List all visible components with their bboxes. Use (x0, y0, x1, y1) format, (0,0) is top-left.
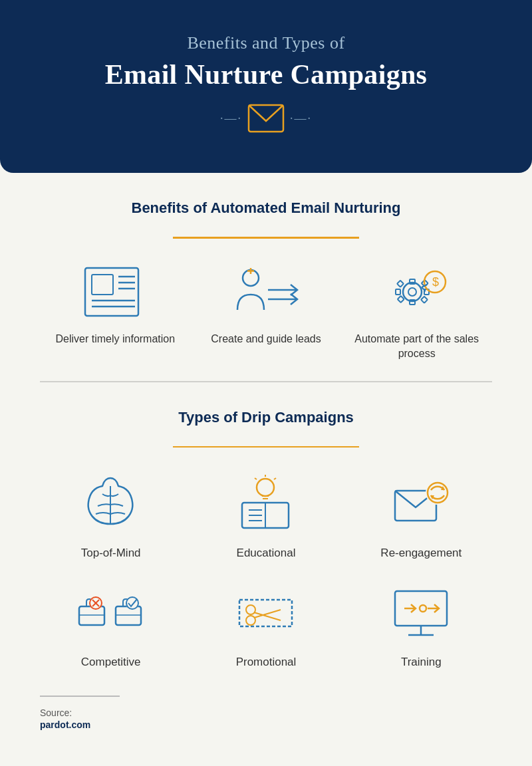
svg-point-33 (257, 479, 274, 496)
svg-line-37 (255, 478, 257, 479)
svg-rect-48 (116, 606, 141, 625)
source-text: Source: pardot.com (40, 707, 90, 730)
header: Benefits and Types of Email Nurture Camp… (0, 0, 532, 173)
type-educational: Educational (195, 471, 336, 560)
scissors-coupon-icon (229, 580, 303, 646)
deliver-info-label: Deliver timely information (56, 332, 176, 346)
benefit-deliver-info: Deliver timely information (49, 262, 182, 346)
briefcase-compare-icon (74, 580, 148, 646)
benefits-title: Benefits of Automated Email Nurturing (40, 199, 492, 217)
source-name: pardot.com (40, 719, 90, 730)
svg-point-13 (403, 283, 422, 301)
type-promotional: Promotional (195, 580, 336, 669)
envelope-refresh-icon (384, 471, 458, 537)
svg-rect-20 (421, 296, 428, 303)
benefit-automate-sales: $ Automate part of the sales process (350, 262, 483, 362)
types-grid: Top-of-Mind (40, 471, 492, 669)
svg-point-40 (426, 481, 450, 505)
header-decoration: ·—· ·—· (40, 104, 492, 133)
newspaper-icon (78, 262, 152, 322)
whiteboard-icon (384, 580, 458, 646)
main-content: Benefits of Automated Email Nurturing (0, 173, 532, 757)
svg-text:$: $ (432, 275, 439, 289)
brain-icon (74, 471, 148, 537)
svg-rect-19 (397, 280, 404, 287)
benefits-section: Benefits of Automated Email Nurturing (40, 199, 492, 361)
top-of-mind-label: Top-of-Mind (81, 547, 141, 560)
types-section: Types of Drip Campaigns (40, 409, 492, 670)
svg-line-38 (274, 478, 276, 479)
header-subtitle: Benefits and Types of (40, 33, 492, 53)
guide-leads-label: Create and guide leads (211, 332, 321, 346)
svg-rect-42 (79, 606, 104, 625)
person-arrow-icon (229, 262, 303, 322)
educational-label: Educational (237, 547, 296, 560)
svg-rect-2 (92, 275, 113, 295)
svg-rect-17 (396, 289, 400, 295)
source-prefix: Source: (40, 707, 72, 718)
types-underline (40, 446, 492, 448)
promotional-label: Promotional (236, 656, 297, 669)
re-engagement-label: Re-engagement (380, 547, 462, 560)
competitive-label: Competitive (81, 656, 141, 669)
training-label: Training (401, 656, 442, 669)
section-divider (40, 381, 492, 382)
type-competitive: Competitive (40, 580, 182, 669)
email-icon (247, 104, 285, 133)
benefits-underline (40, 237, 492, 239)
svg-point-14 (408, 288, 416, 296)
gear-dollar-icon: $ (380, 262, 454, 322)
type-top-of-mind: Top-of-Mind (40, 471, 182, 560)
automate-sales-label: Automate part of the sales process (350, 332, 483, 362)
dash-right: ·—· (290, 112, 312, 126)
book-lightbulb-icon (229, 471, 303, 537)
benefit-guide-leads: Create and guide leads (200, 262, 332, 346)
types-title: Types of Drip Campaigns (40, 409, 492, 426)
source-section: Source: pardot.com (40, 696, 120, 731)
type-training: Training (350, 580, 492, 669)
svg-rect-21 (397, 296, 404, 303)
benefits-grid: Deliver timely information (40, 262, 492, 362)
header-title: Email Nurture Campaigns (40, 59, 492, 90)
dash-left: ·—· (220, 112, 242, 126)
svg-point-60 (420, 605, 426, 612)
type-re-engagement: Re-engagement (350, 471, 492, 560)
